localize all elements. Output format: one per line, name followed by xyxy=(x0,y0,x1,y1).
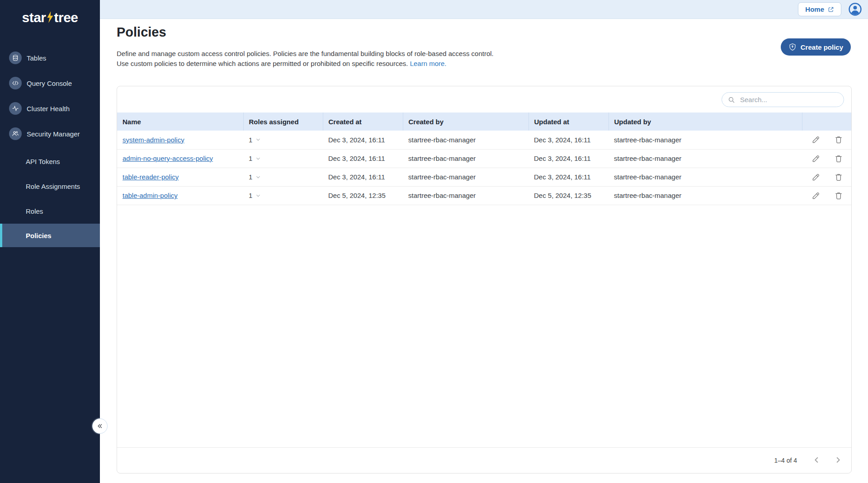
updated-by-cell: startree-rbac-manager xyxy=(609,186,802,205)
chevron-down-icon[interactable] xyxy=(255,192,261,199)
updated-at-cell: Dec 3, 2024, 16:11 xyxy=(528,168,609,186)
sidebar: star tree Tables Query Console Cluster H… xyxy=(0,0,100,483)
pagination-bar: 1–4 of 4 xyxy=(117,447,851,473)
description-line-2: Use custom policies to determine which a… xyxy=(117,60,410,67)
policy-name-link[interactable]: table-reader-policy xyxy=(123,173,179,181)
search-row xyxy=(117,86,851,113)
created-at-cell: Dec 3, 2024, 16:11 xyxy=(323,131,403,149)
column-header-updated-at: Updated at xyxy=(528,113,609,131)
sidebar-item-api-tokens[interactable]: API Tokens xyxy=(0,149,100,174)
activity-pulse-icon xyxy=(9,102,22,115)
updated-at-cell: Dec 5, 2024, 12:35 xyxy=(528,186,609,205)
policies-table: Name Roles assigned Created at Created b… xyxy=(117,113,851,205)
pencil-icon xyxy=(811,191,821,200)
pencil-icon xyxy=(811,135,821,144)
roles-count: 1 xyxy=(249,136,252,144)
updated-by-cell: startree-rbac-manager xyxy=(609,131,802,149)
people-icon xyxy=(9,127,22,140)
sidebar-item-label: Tables xyxy=(27,54,46,62)
search-icon xyxy=(728,96,735,103)
description-line-1: Define and manage custom access control … xyxy=(117,50,494,57)
created-by-cell: startree-rbac-manager xyxy=(403,186,528,205)
logo-text-star: star xyxy=(22,10,46,25)
sidebar-item-roles[interactable]: Roles xyxy=(0,199,100,224)
column-header-created-at: Created at xyxy=(323,113,403,131)
sidebar-item-tables[interactable]: Tables xyxy=(0,45,100,70)
sidebar-item-label: Query Console xyxy=(27,80,72,87)
column-header-created-by: Created by xyxy=(403,113,528,131)
external-link-icon xyxy=(828,6,834,13)
delete-policy-button[interactable] xyxy=(834,154,843,163)
edit-policy-button[interactable] xyxy=(811,173,821,182)
updated-at-cell: Dec 3, 2024, 16:11 xyxy=(528,149,609,168)
policy-name-link[interactable]: system-admin-policy xyxy=(123,136,184,144)
page-title: Policies xyxy=(117,25,166,40)
next-page-button[interactable] xyxy=(832,455,843,466)
pagination-range: 1–4 of 4 xyxy=(774,457,797,464)
delete-policy-button[interactable] xyxy=(834,191,843,200)
policy-name-link[interactable]: table-admin-policy xyxy=(123,192,178,199)
sidebar-item-label: Security Manager xyxy=(27,130,80,138)
trash-icon xyxy=(834,135,843,144)
startree-logo: star tree xyxy=(0,0,100,45)
create-policy-label: Create policy xyxy=(801,43,843,51)
delete-policy-button[interactable] xyxy=(834,135,843,144)
chevron-double-left-icon xyxy=(96,422,104,430)
created-by-cell: startree-rbac-manager xyxy=(403,149,528,168)
pencil-icon xyxy=(811,154,821,163)
search-input[interactable] xyxy=(740,96,844,103)
created-at-cell: Dec 5, 2024, 12:35 xyxy=(323,186,403,205)
edit-policy-button[interactable] xyxy=(811,154,821,163)
sidebar-item-security-manager[interactable]: Security Manager xyxy=(0,121,100,146)
sidebar-item-cluster-health[interactable]: Cluster Health xyxy=(0,96,100,121)
created-by-cell: startree-rbac-manager xyxy=(403,131,528,149)
edit-policy-button[interactable] xyxy=(811,135,821,144)
home-button[interactable]: Home xyxy=(798,2,841,16)
created-at-cell: Dec 3, 2024, 16:11 xyxy=(323,168,403,186)
table-header-row: Name Roles assigned Created at Created b… xyxy=(117,113,851,131)
chevron-down-icon[interactable] xyxy=(255,155,261,162)
learn-more-link[interactable]: Learn more. xyxy=(410,60,447,67)
table-row: table-admin-policy 1 Dec 5, 2024, 12:35 … xyxy=(117,186,851,205)
trash-icon xyxy=(834,191,843,200)
create-policy-button[interactable]: Create policy xyxy=(781,38,851,56)
column-header-name: Name xyxy=(117,113,243,131)
updated-by-cell: startree-rbac-manager xyxy=(609,149,802,168)
lightning-bolt-icon xyxy=(47,11,54,23)
sidebar-item-label: Policies xyxy=(26,232,52,239)
table-row: system-admin-policy 1 Dec 3, 2024, 16:11… xyxy=(117,131,851,149)
sidebar-item-label: API Tokens xyxy=(26,158,60,165)
created-at-cell: Dec 3, 2024, 16:11 xyxy=(323,149,403,168)
topbar: Home xyxy=(100,0,868,19)
previous-page-button[interactable] xyxy=(811,455,822,466)
column-header-roles-assigned: Roles assigned xyxy=(243,113,323,131)
chevron-down-icon[interactable] xyxy=(255,136,261,143)
edit-policy-button[interactable] xyxy=(811,191,821,200)
trash-icon xyxy=(834,154,843,163)
database-icon xyxy=(9,52,22,64)
page-description: Define and manage custom access control … xyxy=(117,49,494,69)
sidebar-item-role-assignments[interactable]: Role Assignments xyxy=(0,174,100,199)
delete-policy-button[interactable] xyxy=(834,173,843,182)
table-row: admin-no-query-access-policy 1 Dec 3, 20… xyxy=(117,149,851,168)
sidebar-item-query-console[interactable]: Query Console xyxy=(0,70,100,96)
column-header-updated-by: Updated by xyxy=(609,113,802,131)
trash-icon xyxy=(834,173,843,182)
user-avatar[interactable] xyxy=(848,2,862,16)
policy-name-link[interactable]: admin-no-query-access-policy xyxy=(123,155,213,162)
table-row: table-reader-policy 1 Dec 3, 2024, 16:11… xyxy=(117,168,851,186)
chevron-down-icon[interactable] xyxy=(255,174,261,180)
roles-count: 1 xyxy=(249,155,252,162)
sidebar-item-policies[interactable]: Policies xyxy=(0,224,100,247)
sidebar-collapse-button[interactable] xyxy=(92,418,108,434)
column-header-actions xyxy=(802,113,851,131)
created-by-cell: startree-rbac-manager xyxy=(403,168,528,186)
roles-count: 1 xyxy=(249,173,252,181)
main-content: Policies Define and manage custom access… xyxy=(100,19,868,483)
sidebar-item-label: Cluster Health xyxy=(27,105,70,113)
search-box xyxy=(722,92,844,107)
roles-count: 1 xyxy=(249,192,252,199)
updated-by-cell: startree-rbac-manager xyxy=(609,168,802,186)
logo-text-tree: tree xyxy=(54,10,78,25)
home-button-label: Home xyxy=(805,5,824,13)
